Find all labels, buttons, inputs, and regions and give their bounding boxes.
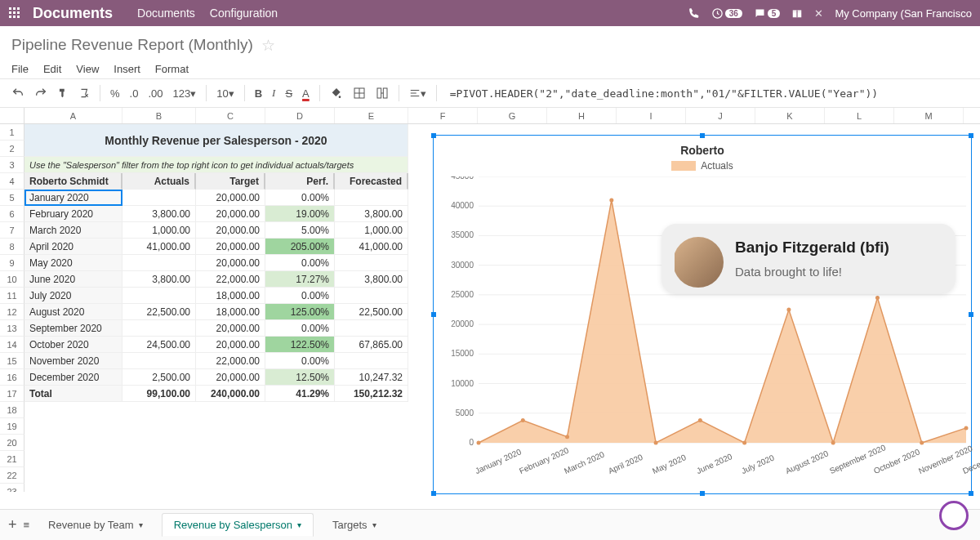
star-icon[interactable]: ☆ <box>261 36 275 55</box>
month-cell[interactable]: April 2020 <box>24 239 122 255</box>
sheet-title[interactable]: Monthly Revenue per Salesperson - 2020 <box>24 124 408 157</box>
target-cell[interactable]: 20,000.00 <box>196 369 265 386</box>
row-header[interactable]: 1 <box>0 124 24 141</box>
month-cell[interactable]: December 2020 <box>24 369 122 386</box>
row-header[interactable]: 21 <box>0 451 24 467</box>
perf-cell[interactable]: 0.00% <box>265 255 335 271</box>
target-cell[interactable]: 20,000.00 <box>196 337 265 353</box>
header-forecasted[interactable]: Forecasted <box>335 173 408 190</box>
header-perf[interactable]: Perf. <box>265 173 335 190</box>
row-header[interactable]: 4 <box>0 173 24 190</box>
chart[interactable]: Roberto Actuals 050001000015000200002500… <box>433 135 972 494</box>
month-cell[interactable]: July 2020 <box>24 288 122 304</box>
target-cell[interactable]: 20,000.00 <box>196 222 265 239</box>
actuals-cell[interactable]: 24,500.00 <box>122 337 196 353</box>
row-header[interactable]: 3 <box>0 157 24 173</box>
help-fab[interactable] <box>939 501 969 530</box>
forecasted-cell[interactable] <box>335 288 408 304</box>
merge-cells-icon[interactable] <box>376 87 389 100</box>
actuals-cell[interactable]: 3,800.00 <box>122 206 196 222</box>
forecasted-cell[interactable] <box>335 255 408 271</box>
menu-format[interactable]: Format <box>155 63 189 75</box>
total-forecasted[interactable]: 150,212.32 <box>335 386 408 402</box>
clear-format-icon[interactable] <box>78 87 90 99</box>
forecasted-cell[interactable]: 22,500.00 <box>335 304 408 320</box>
row-header[interactable]: 20 <box>0 435 24 451</box>
month-cell[interactable]: November 2020 <box>24 353 122 369</box>
total-target[interactable]: 240,000.00 <box>196 386 265 402</box>
row-header[interactable]: 9 <box>0 255 24 271</box>
actuals-cell[interactable]: 3,800.00 <box>122 271 196 288</box>
messages-icon[interactable]: 5 <box>754 7 781 20</box>
header-person[interactable]: Roberto Schmidt <box>24 173 122 190</box>
month-cell[interactable]: February 2020 <box>24 206 122 222</box>
col-B[interactable]: B <box>122 108 196 123</box>
col-L[interactable]: L <box>825 108 894 123</box>
target-cell[interactable]: 20,000.00 <box>196 190 265 206</box>
row-header[interactable]: 10 <box>0 271 24 288</box>
redo-icon[interactable] <box>34 87 47 100</box>
total-label[interactable]: Total <box>24 386 122 402</box>
decrease-decimal-button[interactable]: .0 <box>130 87 139 100</box>
row-header[interactable]: 13 <box>0 320 24 337</box>
menu-file[interactable]: File <box>11 63 29 75</box>
month-cell[interactable]: March 2020 <box>24 222 122 239</box>
row-header[interactable]: 6 <box>0 206 24 222</box>
forecasted-cell[interactable]: 3,800.00 <box>335 206 408 222</box>
close-icon[interactable]: ✕ <box>814 7 823 20</box>
perf-cell[interactable]: 17.27% <box>265 271 335 288</box>
col-A[interactable]: A <box>24 108 122 123</box>
target-cell[interactable]: 20,000.00 <box>196 320 265 337</box>
forecasted-cell[interactable]: 10,247.32 <box>335 369 408 386</box>
sheet-list-icon[interactable]: ≡ <box>24 519 30 531</box>
strikethrough-button[interactable]: S <box>285 87 292 100</box>
row-header[interactable]: 12 <box>0 304 24 320</box>
col-G[interactable]: G <box>478 108 547 123</box>
row-header[interactable]: 16 <box>0 369 24 386</box>
target-cell[interactable]: 20,000.00 <box>196 255 265 271</box>
text-color-button[interactable]: A <box>302 87 310 100</box>
actuals-cell[interactable] <box>122 353 196 369</box>
instruction-cell[interactable]: Use the "Salesperson" filter from the to… <box>24 157 408 173</box>
forecasted-cell[interactable]: 3,800.00 <box>335 271 408 288</box>
perf-cell[interactable]: 0.00% <box>265 190 335 206</box>
row-header[interactable]: 18 <box>0 402 24 418</box>
menu-insert[interactable]: Insert <box>114 63 140 75</box>
col-I[interactable]: I <box>617 108 686 123</box>
fill-color-icon[interactable] <box>330 87 343 100</box>
company-name[interactable]: My Company (San Francisco <box>835 7 972 20</box>
forecasted-cell[interactable] <box>335 353 408 369</box>
row-header[interactable]: 8 <box>0 239 24 255</box>
tab-revenue-salesperson[interactable]: Revenue by Salesperson▾ <box>162 513 314 537</box>
forecasted-cell[interactable] <box>335 190 408 206</box>
row-header[interactable]: 17 <box>0 386 24 402</box>
clock-icon[interactable]: 36 <box>711 7 742 20</box>
header-actuals[interactable]: Actuals <box>122 173 196 190</box>
perf-cell[interactable]: 5.00% <box>265 222 335 239</box>
actuals-cell[interactable]: 22,500.00 <box>122 304 196 320</box>
target-cell[interactable]: 18,000.00 <box>196 304 265 320</box>
gift-icon[interactable] <box>791 7 803 19</box>
row-header[interactable]: 23 <box>0 484 24 492</box>
header-target[interactable]: Target <box>196 173 265 190</box>
forecasted-cell[interactable] <box>335 320 408 337</box>
tab-targets[interactable]: Targets▾ <box>320 513 389 537</box>
phone-icon[interactable] <box>688 7 700 19</box>
month-cell[interactable]: May 2020 <box>24 255 122 271</box>
perf-cell[interactable]: 0.00% <box>265 288 335 304</box>
col-K[interactable]: K <box>755 108 825 123</box>
total-actuals[interactable]: 99,100.00 <box>122 386 196 402</box>
month-cell[interactable]: June 2020 <box>24 271 122 288</box>
col-J[interactable]: J <box>686 108 755 123</box>
bold-button[interactable]: B <box>255 87 262 100</box>
percent-button[interactable]: % <box>110 87 120 100</box>
row-header[interactable]: 15 <box>0 353 24 369</box>
target-cell[interactable]: 22,000.00 <box>196 271 265 288</box>
font-size-dropdown[interactable]: 10 ▾ <box>216 87 234 100</box>
month-cell[interactable]: August 2020 <box>24 304 122 320</box>
increase-decimal-button[interactable]: .00 <box>148 87 163 100</box>
actuals-cell[interactable]: 41,000.00 <box>122 239 196 255</box>
row-header[interactable]: 2 <box>0 141 24 157</box>
perf-cell[interactable]: 125.00% <box>265 304 335 320</box>
row-header[interactable]: 5 <box>0 190 24 206</box>
